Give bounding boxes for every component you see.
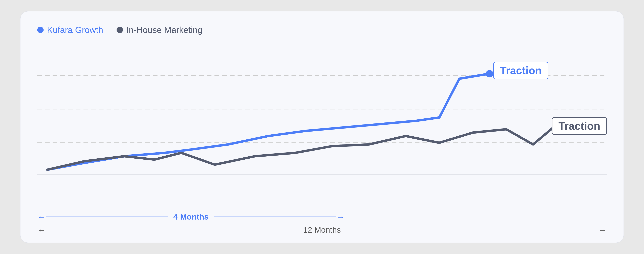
- four-months-row: ← 4 Months →: [37, 212, 607, 222]
- twelve-months-arrow: ← 12 Months →: [37, 225, 607, 235]
- time-arrows: ← 4 Months → ← 12 Months →: [37, 212, 607, 235]
- legend: Kufara Growth In-House Marketing: [37, 25, 607, 35]
- inhouse-dot: [116, 27, 123, 33]
- twelve-months-row: ← 12 Months →: [37, 225, 607, 235]
- four-months-left-arrow: ←: [37, 212, 46, 222]
- gray-traction-label: Traction: [552, 117, 607, 135]
- inhouse-label: In-House Marketing: [126, 25, 202, 35]
- gray-line: [47, 119, 607, 170]
- twelve-months-right-arrow: →: [598, 225, 607, 235]
- legend-item-inhouse: In-House Marketing: [116, 25, 202, 35]
- legend-item-kufara: Kufara Growth: [37, 25, 103, 35]
- blue-traction-label: Traction: [494, 62, 548, 79]
- four-months-arrow: ← 4 Months →: [37, 212, 345, 222]
- four-months-label: 4 Months: [168, 212, 214, 221]
- kufara-dot: [37, 27, 44, 33]
- four-months-right-arrow: →: [336, 212, 345, 222]
- twelve-months-left-arrow: ←: [37, 225, 46, 235]
- chart-card: Kufara Growth In-House Marketing T: [20, 11, 624, 243]
- kufara-label: Kufara Growth: [47, 25, 103, 35]
- twelve-months-label: 12 Months: [298, 225, 346, 234]
- blue-traction-dot: [486, 70, 493, 77]
- chart-area: Traction Traction: [37, 45, 607, 205]
